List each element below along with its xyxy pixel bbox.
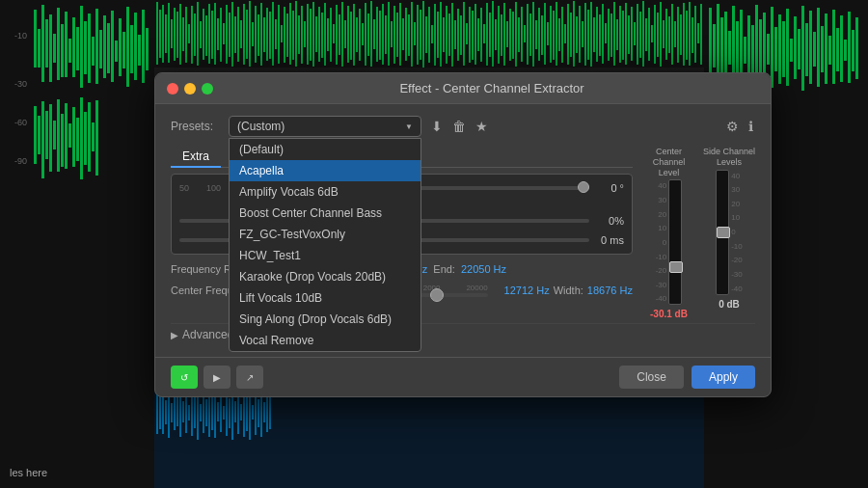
maximize-window-button[interactable] bbox=[202, 83, 213, 95]
center-meter-container: 403020100-10-20-30-40 bbox=[656, 179, 683, 305]
titlebar-controls bbox=[167, 83, 213, 95]
apply-button[interactable]: Apply bbox=[692, 366, 755, 389]
preset-item-amplify[interactable]: Amplify Vocals 6dB bbox=[230, 181, 420, 203]
svg-rect-199 bbox=[446, 6, 448, 64]
close-window-button[interactable] bbox=[167, 83, 178, 95]
svg-rect-235 bbox=[550, 6, 552, 63]
phase-thumb[interactable] bbox=[578, 181, 589, 193]
status-bar: les here bbox=[10, 467, 47, 478]
svg-rect-182 bbox=[396, 13, 398, 57]
svg-rect-141 bbox=[278, 5, 280, 64]
close-dialog-button[interactable]: Close bbox=[619, 366, 684, 389]
width-value: 18676 Hz bbox=[587, 285, 633, 296]
svg-rect-83 bbox=[825, 14, 827, 84]
tab-extract[interactable]: Extra bbox=[171, 147, 221, 168]
svg-rect-193 bbox=[428, 7, 430, 63]
preset-favorite-button[interactable]: ★ bbox=[474, 117, 490, 136]
preset-item-lift[interactable]: Lift Vocals 10dB bbox=[230, 287, 420, 309]
center-meter-knob[interactable] bbox=[669, 261, 683, 273]
preset-delete-button[interactable]: 🗑 bbox=[450, 117, 468, 136]
svg-rect-253 bbox=[602, 4, 604, 64]
svg-rect-299 bbox=[185, 393, 187, 433]
svg-rect-218 bbox=[501, 14, 502, 56]
svg-rect-86 bbox=[836, 28, 839, 71]
svg-rect-10 bbox=[53, 34, 56, 63]
presets-dropdown[interactable]: (Custom) (Default) Acapella Amplify Voca… bbox=[229, 116, 421, 137]
preset-save-button[interactable]: ⬇ bbox=[429, 117, 445, 136]
svg-rect-122 bbox=[223, 23, 225, 44]
minimize-window-button[interactable] bbox=[184, 83, 196, 95]
svg-rect-215 bbox=[492, 1, 494, 67]
svg-rect-168 bbox=[356, 17, 358, 52]
preset-item-boost[interactable]: Boost Center Channel Bass bbox=[230, 203, 420, 224]
svg-rect-320 bbox=[246, 395, 248, 431]
svg-rect-211 bbox=[480, 8, 482, 62]
svg-rect-217 bbox=[498, 6, 500, 64]
preset-item-default[interactable]: (Default) bbox=[230, 139, 420, 160]
svg-rect-152 bbox=[310, 9, 312, 61]
svg-rect-140 bbox=[275, 19, 277, 49]
svg-rect-287 bbox=[700, 4, 702, 65]
help-icon-button[interactable]: ℹ bbox=[746, 117, 755, 136]
svg-rect-31 bbox=[134, 13, 137, 80]
svg-rect-84 bbox=[828, 36, 831, 65]
svg-rect-142 bbox=[281, 25, 283, 42]
svg-rect-221 bbox=[509, 9, 511, 61]
svg-rect-197 bbox=[440, 2, 442, 67]
svg-rect-230 bbox=[535, 20, 537, 49]
svg-rect-163 bbox=[341, 2, 343, 67]
svg-rect-324 bbox=[258, 399, 259, 427]
svg-rect-11 bbox=[57, 8, 60, 80]
presets-icons: ⬇ 🗑 ★ bbox=[429, 117, 490, 136]
svg-rect-117 bbox=[208, 4, 210, 64]
svg-text:-10: -10 bbox=[14, 31, 27, 41]
end-label: End: bbox=[433, 263, 455, 275]
svg-rect-286 bbox=[697, 23, 699, 43]
svg-rect-283 bbox=[689, 2, 691, 66]
svg-rect-91 bbox=[855, 17, 858, 79]
svg-rect-223 bbox=[515, 2, 517, 67]
svg-rect-207 bbox=[469, 7, 471, 63]
svg-rect-326 bbox=[263, 402, 265, 422]
svg-rect-258 bbox=[616, 19, 618, 50]
svg-rect-56 bbox=[720, 17, 723, 75]
svg-rect-288 bbox=[154, 382, 704, 488]
svg-rect-22 bbox=[99, 30, 102, 68]
svg-rect-213 bbox=[486, 3, 488, 66]
preset-item-fz[interactable]: FZ_GC-TestVoxOnly bbox=[230, 224, 420, 245]
svg-rect-300 bbox=[188, 405, 190, 420]
svg-rect-260 bbox=[622, 11, 624, 60]
side-meter-knob[interactable] bbox=[717, 227, 730, 238]
center-freq-thumb[interactable] bbox=[430, 288, 444, 302]
preset-item-vocal-remove[interactable]: Vocal Remove bbox=[230, 330, 420, 351]
svg-rect-8 bbox=[45, 19, 48, 68]
svg-rect-85 bbox=[832, 10, 835, 84]
svg-rect-294 bbox=[171, 403, 173, 422]
loop-button[interactable]: ↺ bbox=[171, 366, 198, 389]
svg-rect-208 bbox=[472, 11, 474, 60]
svg-rect-127 bbox=[237, 7, 239, 62]
center-meter-bar bbox=[668, 179, 682, 305]
svg-rect-304 bbox=[200, 404, 202, 421]
svg-rect-249 bbox=[590, 2, 592, 67]
svg-rect-206 bbox=[466, 23, 468, 44]
preset-item-sing[interactable]: Sing Along (Drop Vocals 6dB) bbox=[230, 309, 420, 330]
dialog-body: Presets: (Custom) (Default) Acapella Amp… bbox=[155, 104, 771, 357]
presets-dropdown-button[interactable]: (Custom) bbox=[229, 116, 421, 137]
svg-rect-73 bbox=[786, 9, 789, 86]
svg-rect-186 bbox=[408, 14, 410, 56]
svg-rect-280 bbox=[680, 14, 682, 55]
svg-rect-120 bbox=[217, 18, 219, 50]
preset-item-acapella[interactable]: Acapella bbox=[230, 160, 420, 181]
play-button[interactable]: ▶ bbox=[203, 366, 231, 389]
svg-rect-225 bbox=[521, 7, 523, 62]
export-button[interactable]: ↗ bbox=[236, 366, 263, 389]
svg-rect-265 bbox=[637, 4, 638, 65]
svg-rect-317 bbox=[237, 393, 239, 434]
svg-rect-149 bbox=[301, 6, 303, 64]
preset-item-hcw[interactable]: HCW_Test1 bbox=[230, 245, 420, 266]
svg-rect-296 bbox=[176, 397, 178, 426]
settings-icon-button[interactable]: ⚙ bbox=[724, 117, 741, 136]
svg-rect-101 bbox=[162, 5, 164, 63]
preset-item-karaoke[interactable]: Karaoke (Drop Vocals 20dB) bbox=[230, 266, 420, 287]
